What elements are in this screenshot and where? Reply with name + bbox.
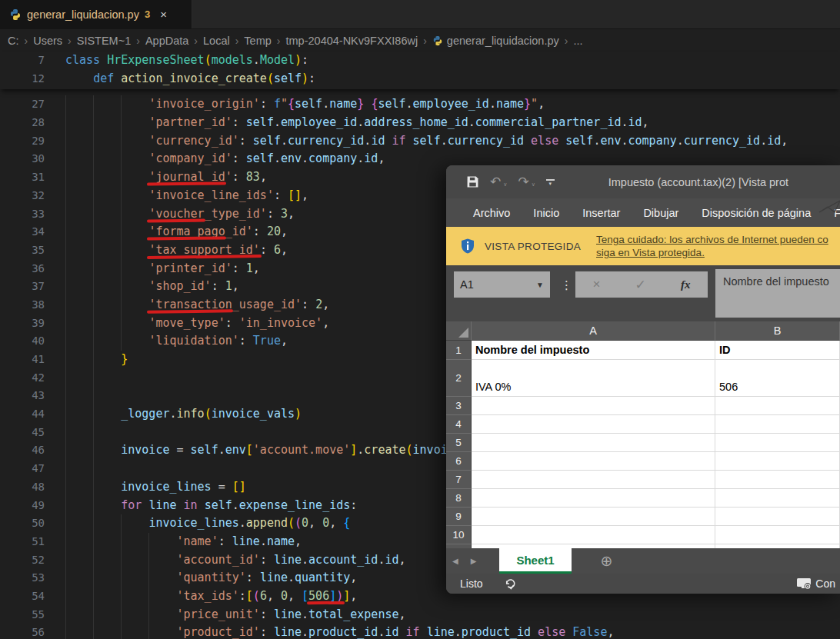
sheet-tab[interactable]: Sheet1 (499, 548, 571, 574)
select-all-button[interactable] (446, 321, 472, 341)
row-header-5[interactable]: 5 (446, 434, 472, 452)
row-header-9[interactable]: 9 (446, 508, 472, 526)
breadcrumb-item[interactable]: AppData (145, 35, 188, 47)
code-token: : (260, 607, 274, 621)
insert-function-icon[interactable]: fx (681, 278, 691, 291)
editor-tab[interactable]: generar_liquidacion.py 3 × (0, 0, 192, 28)
name-box[interactable]: A1 ▼ (454, 271, 550, 298)
chevron-down-icon[interactable]: ▼ (536, 281, 544, 289)
code-token: , (607, 625, 614, 639)
accessibility-check-icon[interactable] (503, 577, 518, 591)
protected-view-link-line1[interactable]: Tenga cuidado: los archivos de Internet … (596, 233, 828, 246)
grid-cell-A8[interactable] (472, 489, 715, 508)
grid-cell-B4[interactable] (715, 415, 840, 434)
code-token: account_id (308, 553, 378, 567)
code-token: : (302, 53, 308, 67)
breadcrumb-item[interactable]: ... (573, 35, 582, 47)
grid-cell-B9[interactable] (715, 508, 840, 526)
grid-cell-A10[interactable] (472, 526, 715, 544)
protected-view-link-line2[interactable]: siga en Vista protegida. (596, 246, 828, 259)
sheet-nav-prev-icon[interactable]: ◀ (446, 548, 465, 574)
code-token: expense_line_ids (239, 498, 351, 512)
grid-cell-A1[interactable]: Nombre del impuesto (472, 341, 715, 360)
indent-guide (93, 387, 94, 405)
breadcrumb-item[interactable]: tmp-20404-NKv9FXXI86wj (286, 35, 418, 47)
code-line[interactable]: 7class HrExpenseSheet(models.Model): (0, 52, 840, 70)
grid-cell-A3[interactable] (472, 397, 715, 415)
cancel-icon[interactable]: × (593, 277, 601, 292)
grid-cell-B5[interactable] (715, 434, 840, 452)
column-header-b[interactable]: B (715, 321, 840, 341)
code-line[interactable]: 29 'currency_id': self.currency_id.id if… (0, 132, 840, 151)
code-token: , (267, 589, 281, 603)
grid-cell-B1[interactable]: ID (715, 341, 840, 360)
row-header-4[interactable]: 4 (446, 415, 472, 434)
row-header-2[interactable]: 2 (446, 360, 472, 397)
code-token: . (274, 115, 281, 129)
row-header-3[interactable]: 3 (446, 397, 472, 415)
grid-cell-A5[interactable] (472, 434, 715, 452)
grid-cell-A4[interactable] (472, 415, 715, 434)
code-token: invoice_vals (212, 407, 295, 421)
grid-cell-A2[interactable]: IVA 0% (472, 360, 715, 397)
redo-icon[interactable]: ↷∨ (518, 174, 535, 190)
enter-icon[interactable]: ✓ (635, 277, 646, 293)
ribbon-tab-dibujar[interactable]: Dibujar (632, 207, 690, 219)
code-line[interactable]: 28 'partner_id': self.employee_id.addres… (0, 114, 840, 132)
code-line[interactable]: 27 'invoice_origin': f"{self.name} {self… (0, 95, 840, 114)
grid-cell-B6[interactable] (715, 452, 840, 471)
formula-bar[interactable]: Nombre del impuesto (715, 269, 840, 318)
code-line[interactable]: 55 'price_unit': line.total_expense, (0, 606, 840, 624)
code-line[interactable]: 56 'product_id': line.product_id.id if l… (0, 624, 840, 639)
grid-cell-B7[interactable] (715, 471, 840, 489)
display-settings[interactable]: Con (796, 577, 835, 591)
line-number: 32 (0, 187, 45, 205)
breadcrumb-item[interactable]: SISTEM~1 (77, 35, 132, 47)
row-header-8[interactable]: 8 (446, 489, 472, 508)
save-icon[interactable] (466, 175, 479, 188)
indent-guide (148, 551, 149, 570)
code-token: : (232, 261, 246, 275)
row-header-10[interactable]: 10 (446, 526, 472, 544)
row-header-1[interactable]: 1 (446, 341, 472, 360)
code-token (65, 151, 148, 165)
grid-cell-B11[interactable] (715, 544, 840, 548)
ribbon-tab-archivo[interactable]: Archivo (462, 207, 522, 219)
grid-cell-A6[interactable] (472, 452, 715, 471)
row-header-7[interactable]: 7 (446, 471, 472, 489)
ribbon-tab-insertar[interactable]: Insertar (571, 207, 632, 219)
row-header-6[interactable]: 6 (446, 452, 472, 471)
spreadsheet-grid: AB 1Nombre del impuestoID2IVA 0%50634567… (446, 321, 840, 548)
customize-quick-access-icon[interactable]: ▾ (546, 179, 555, 185)
breadcrumb-item[interactable]: generar_liquidacion.py (432, 35, 559, 47)
indent-guide (121, 569, 122, 587)
table-row: 10 (446, 526, 840, 544)
grid-cell-B10[interactable] (715, 526, 840, 544)
sheet-nav-next-icon[interactable]: ▶ (465, 548, 483, 574)
grid-cell-B3[interactable] (715, 397, 840, 415)
indent-guide (93, 168, 94, 187)
add-sheet-icon[interactable]: ⊕ (601, 548, 613, 574)
dots-separator-icon[interactable]: ⋮ (561, 278, 572, 292)
column-header-a[interactable]: A (472, 321, 715, 341)
breadcrumb-item[interactable]: Users (33, 35, 62, 47)
grid-cell-B8[interactable] (715, 489, 840, 508)
close-icon[interactable]: × (160, 8, 167, 21)
code-line[interactable]: 12 def action_invoice_create(self): (0, 70, 840, 88)
code-token: , (281, 225, 288, 238)
tab-modified-badge: 3 (145, 8, 150, 20)
code-token: , (378, 151, 385, 165)
ribbon-tab-disposici-n-de-p-gina[interactable]: Disposición de página (690, 207, 822, 219)
grid-cell-A7[interactable] (472, 471, 715, 489)
ribbon-tab-inicio[interactable]: Inicio (522, 207, 571, 219)
indent-guide (93, 460, 94, 478)
undo-icon[interactable]: ↶∨ (490, 174, 507, 190)
breadcrumb-item[interactable]: Temp (244, 35, 271, 47)
grid-cell-A9[interactable] (472, 508, 715, 526)
indent-guide (93, 132, 94, 151)
protected-view-message[interactable]: Tenga cuidado: los archivos de Internet … (596, 233, 828, 259)
breadcrumb-item[interactable]: C: (8, 35, 19, 47)
breadcrumb-item[interactable]: Local (203, 35, 230, 47)
code-token: else (531, 625, 572, 639)
grid-cell-B2[interactable]: 506 (715, 360, 840, 397)
